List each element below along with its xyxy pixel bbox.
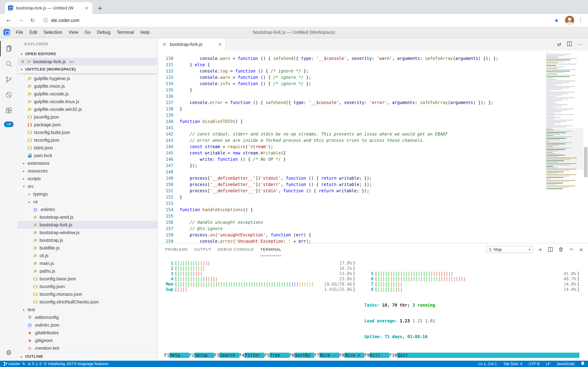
language-status[interactable]: ↻ Initializing JS/TS language features — [44, 362, 108, 366]
back-icon[interactable]: ← — [4, 17, 13, 24]
fkey-f1[interactable]: F1 — [164, 353, 169, 358]
minimap-viewport[interactable] — [546, 128, 583, 169]
tree-item-tslint.json[interactable]: {}tslint.json — [17, 144, 157, 152]
tree-item-tsconfig.strictNullChecks.json[interactable]: {}tsconfig.strictNullChecks.json — [17, 298, 157, 306]
fkey-label-f7[interactable]: Nice - — [319, 353, 339, 358]
tree-item-paths.js[interactable]: JSpaths.js — [17, 267, 157, 275]
tree-item-buildfile.js[interactable]: JSbuildfile.js — [17, 244, 157, 252]
tree-item-bootstrap-window.js[interactable]: JSbootstrap-window.js — [17, 229, 157, 236]
status-badge[interactable]: Off — [4, 122, 14, 127]
minimap[interactable] — [546, 50, 583, 243]
section-outline[interactable]: ▸ OUTLINE — [17, 352, 157, 361]
tree-item-.gitattributes[interactable]: ◆.gitattributes — [17, 329, 157, 336]
code-line[interactable]: 146 write: function () { /* No OP */ } — [158, 156, 546, 162]
fkey-f10[interactable]: F10 — [389, 353, 397, 358]
tree-item-tsconfig.json[interactable]: {}tsconfig.json — [17, 136, 157, 144]
section-workspace[interactable]: ▾ UNTITLED (WORKSPACE) — [17, 66, 157, 73]
bookmark-star-icon[interactable]: ★ — [554, 17, 559, 24]
code-line[interactable]: 144 const stream = require('stream'); — [158, 144, 546, 150]
panel-tab-debug-console[interactable]: DEBUG CONSOLE — [218, 243, 254, 256]
debug-icon[interactable] — [0, 87, 17, 103]
tree-item-package.json[interactable]: {}package.json — [17, 121, 157, 128]
code-line[interactable]: 142 // const stdout, stderr and stdin be… — [158, 131, 546, 137]
code-line[interactable]: 140function disableSTDIO() { — [158, 118, 546, 125]
open-editor-item[interactable]: × JS bootstrap-fork.js src — [17, 58, 157, 66]
tree-item-scripts[interactable]: ▸scripts — [17, 175, 157, 183]
fkey-f3[interactable]: F3 — [214, 353, 219, 358]
forward-icon[interactable]: → — [16, 17, 25, 24]
menu-go[interactable]: Go — [82, 30, 94, 35]
tree-item-extensions[interactable]: ▸extensions — [17, 159, 157, 167]
code-line[interactable]: 149 process['__defineGetter__']('stdout'… — [158, 175, 546, 181]
reload-icon[interactable]: ↻ — [28, 17, 37, 24]
code-line[interactable]: 138} — [158, 106, 546, 112]
code-line[interactable]: 147 }); — [158, 162, 546, 169]
close-icon[interactable]: × — [20, 59, 26, 64]
code-line[interactable]: 134 console.info = function () { /* igno… — [158, 81, 546, 87]
status-item-tab-size-4[interactable]: Tab Size: 4 — [503, 362, 522, 366]
split-terminal-icon[interactable] — [548, 247, 553, 252]
fkey-label-f3[interactable]: Search — [219, 353, 239, 358]
kill-terminal-icon[interactable] — [558, 247, 563, 252]
terminal-select[interactable]: 1: htop ▾ — [486, 246, 533, 253]
code-line[interactable]: 156 // Handle uncaught exceptions — [158, 219, 546, 225]
menu-debug[interactable]: Debug — [94, 30, 114, 35]
menu-file[interactable]: File — [13, 30, 26, 35]
extensions-icon[interactable] — [0, 103, 17, 118]
code-lines[interactable]: 130 console.warn = function () { safeSen… — [158, 50, 546, 243]
fkey-label-f1[interactable]: Help — [169, 353, 189, 358]
more-actions-icon[interactable]: ⋯ — [578, 42, 583, 47]
browser-menu-icon[interactable]: ⋮ — [577, 17, 584, 24]
split-editor-icon[interactable] — [567, 41, 572, 48]
scrollbar-thumb[interactable] — [584, 147, 588, 177]
close-panel-icon[interactable]: × — [579, 247, 583, 252]
code-line[interactable]: 157 // @ts-ignore — [158, 225, 546, 232]
tree-item-bootstrap-amd.js[interactable]: JSbootstrap-amd.js — [17, 213, 157, 221]
fkey-f9[interactable]: F9 — [364, 353, 369, 358]
tree-item-.editorconfig[interactable]: ⚙.editorconfig — [17, 313, 157, 321]
maximize-panel-icon[interactable] — [569, 247, 574, 252]
sync-icon[interactable]: ↻ — [22, 362, 25, 366]
bell-icon[interactable] — [581, 361, 585, 367]
address-bar[interactable]: ⓘ ide.coder.com ★ — [40, 15, 562, 25]
status-item-utf-8[interactable]: UTF-8 — [529, 362, 539, 366]
fkey-label-f8[interactable]: Nice + — [344, 353, 364, 358]
tree-item-gulpfile.mixin.js[interactable]: JSgulpfile.mixin.js — [17, 82, 157, 90]
tree-item-tsconfig.base.json[interactable]: {}tsconfig.base.json — [17, 275, 157, 283]
editor-tab-bootstrap-fork[interactable]: JS bootstrap-fork.js × — [158, 38, 225, 50]
tree-item-tsconfig.json[interactable]: {}tsconfig.json — [17, 283, 157, 290]
tree-item-resources[interactable]: ▸resources — [17, 167, 157, 175]
fkey-label-f10[interactable]: Quit — [397, 353, 417, 358]
menu-terminal[interactable]: Terminal — [114, 30, 137, 35]
tree-item-gulpfile.hygiene.js[interactable]: JSgulpfile.hygiene.js — [17, 75, 157, 82]
tree-item-yarn.lock[interactable]: yarn.lock — [17, 152, 157, 159]
tree-item-test[interactable]: ▸test — [17, 306, 157, 313]
panel-tab-terminal[interactable]: TERMINAL — [260, 243, 282, 256]
tab-close-icon[interactable]: × — [84, 6, 89, 10]
code-line[interactable]: 133 console.warn = function () { /* igno… — [158, 74, 546, 81]
fkey-label-f6[interactable]: SortBy — [294, 353, 314, 358]
tree-item-main.js[interactable]: JSmain.js — [17, 259, 157, 267]
tree-item-bootstrap.js[interactable]: JSbootstrap.js — [17, 236, 157, 244]
source-control-icon[interactable] — [0, 72, 17, 87]
new-terminal-icon[interactable]: + — [538, 247, 542, 252]
tree-item-vs[interactable]: ▸vs — [17, 198, 157, 206]
browser-tab[interactable]: bootstrap-fork.js — Untitled (W × — [5, 2, 92, 14]
problems-indicator[interactable]: ⊘ 0 ⚠ 0 — [28, 362, 42, 366]
tree-item-gulpfile.vscode.linux.js[interactable]: JSgulpfile.vscode.linux.js — [17, 98, 157, 105]
status-item-ln-1-col-1[interactable]: Ln 1, Col 1 — [478, 362, 497, 366]
menu-view[interactable]: View — [66, 30, 82, 35]
code-line[interactable]: 132 console.log = function () { /* ignor… — [158, 68, 546, 74]
tree-item-bootstrap-fork.js[interactable]: JSbootstrap-fork.js — [17, 221, 157, 229]
menu-selection[interactable]: Selection — [41, 30, 66, 35]
code-line[interactable]: 152} — [158, 194, 546, 200]
tree-item-jsconfig.json[interactable]: {}jsconfig.json — [17, 113, 157, 121]
fkey-f8[interactable]: F8 — [339, 353, 344, 358]
tree-item-cli.js[interactable]: JScli.js — [17, 252, 157, 259]
tree-item-.eslintrc[interactable]: .eslintrc — [17, 206, 157, 213]
explorer-icon[interactable] — [0, 41, 17, 56]
code-line[interactable]: 159 console.error('Uncaught Exception: '… — [158, 238, 546, 243]
code-line[interactable]: 143 // error when we are inside a forked… — [158, 137, 546, 144]
code-line[interactable]: 131 } else { — [158, 62, 546, 68]
tree-item-gulpfile.vscode.win32.js[interactable]: JSgulpfile.vscode.win32.js — [17, 105, 157, 113]
